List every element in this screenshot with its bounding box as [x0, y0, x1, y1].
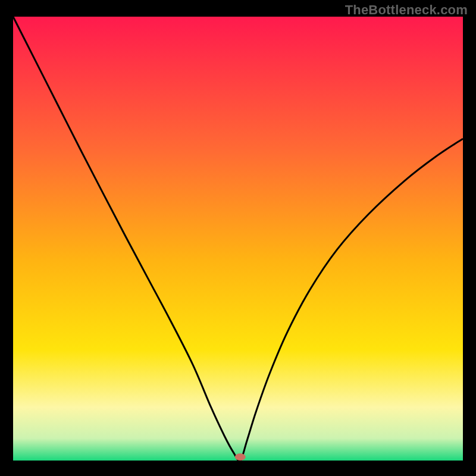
chart-frame: TheBottleneck.com	[0, 0, 476, 476]
vertex-marker	[235, 453, 246, 461]
bottleneck-chart	[0, 0, 476, 476]
plot-area	[13, 17, 463, 461]
watermark-text: TheBottleneck.com	[345, 2, 468, 18]
